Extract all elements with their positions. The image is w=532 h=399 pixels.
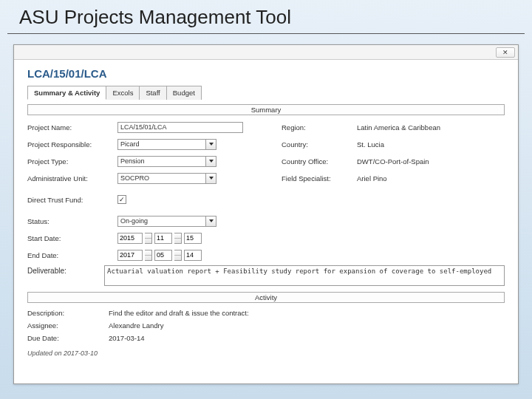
start-date-month[interactable]: [154, 233, 172, 244]
tab-excols[interactable]: Excols: [106, 86, 140, 100]
start-month-spinner[interactable]: [174, 233, 182, 244]
slide-title: ASU Projects Management Tool: [7, 0, 525, 34]
status-dropdown-icon[interactable]: [206, 216, 216, 227]
label-status: Status:: [27, 217, 109, 225]
field-project-name: [117, 121, 273, 133]
label-assignee: Assignee:: [27, 321, 109, 330]
summary-form: Project Name: Region: Latin America & Ca…: [27, 121, 505, 261]
label-end-date: End Date:: [27, 251, 109, 259]
project-responsible-select[interactable]: [117, 139, 206, 150]
admin-unit-select[interactable]: [117, 173, 206, 184]
end-month-spinner[interactable]: [174, 250, 182, 261]
direct-trust-fund-checkbox[interactable]: [117, 195, 126, 204]
field-admin-unit: [117, 172, 273, 184]
tab-budget[interactable]: Budget: [166, 86, 202, 100]
value-region: Latin America & Caribbean: [357, 123, 475, 132]
value-assignee: Alexandre Landry: [109, 321, 505, 330]
label-region: Region:: [282, 123, 348, 132]
project-responsible-dropdown-icon[interactable]: [206, 139, 216, 150]
start-date-year[interactable]: [117, 233, 143, 244]
label-start-date: Start Date:: [27, 234, 109, 242]
section-activity-header: Activity: [27, 292, 505, 303]
end-date-day[interactable]: [184, 250, 202, 261]
label-country-office: Country Office:: [282, 157, 348, 166]
tab-strip: Summary & Activity Excols Staff Budget: [27, 86, 505, 100]
label-direct-trust-fund: Direct Trust Fund:: [27, 196, 109, 204]
titlebar: ✕: [14, 45, 518, 60]
label-field-specialist: Field Specialist:: [282, 174, 348, 183]
app-window: ✕ LCA/15/01/LCA Summary & Activity Excol…: [13, 44, 519, 384]
value-description: Find the editor and draft & issue the co…: [109, 309, 505, 317]
project-type-select[interactable]: [117, 156, 206, 167]
field-status: [117, 215, 273, 227]
activity-grid: Description: Find the editor and draft &…: [27, 309, 505, 342]
field-start-date: [117, 232, 273, 244]
field-project-type: [117, 155, 273, 167]
record-title: LCA/15/01/LCA: [27, 67, 505, 80]
label-admin-unit: Administrative Unit:: [27, 174, 109, 183]
label-deliverable: Deliverable:: [27, 265, 95, 275]
field-project-responsible: [117, 138, 273, 150]
close-button[interactable]: ✕: [496, 47, 515, 58]
label-description: Description:: [27, 309, 109, 317]
admin-unit-dropdown-icon[interactable]: [206, 173, 216, 184]
start-year-spinner[interactable]: [145, 233, 152, 244]
end-date-month[interactable]: [154, 250, 172, 261]
tab-staff[interactable]: Staff: [139, 86, 166, 100]
value-country: St. Lucia: [357, 140, 475, 149]
window-content: LCA/15/01/LCA Summary & Activity Excols …: [14, 60, 518, 361]
end-year-spinner[interactable]: [145, 250, 152, 261]
label-project-type: Project Type:: [27, 157, 109, 166]
deliverable-textarea[interactable]: [104, 265, 505, 286]
label-project-responsible: Project Responsible:: [27, 140, 109, 149]
label-country: Country:: [282, 140, 348, 149]
end-date-year[interactable]: [117, 250, 143, 261]
field-direct-trust-fund: [117, 194, 273, 205]
value-due-date: 2017-03-14: [109, 334, 505, 342]
section-summary-header: Summary: [27, 104, 505, 115]
project-type-dropdown-icon[interactable]: [206, 156, 216, 167]
updated-footer: Updated on 2017-03-10: [27, 349, 505, 357]
label-project-name: Project Name:: [27, 123, 109, 132]
start-date-day[interactable]: [184, 233, 202, 244]
project-name-input[interactable]: [117, 122, 243, 133]
value-country-office: DWT/CO-Port-of-Spain: [357, 157, 475, 166]
tab-summary-activity[interactable]: Summary & Activity: [27, 86, 106, 100]
label-due-date: Due Date:: [27, 334, 109, 342]
status-select[interactable]: [117, 216, 206, 227]
value-field-specialist: Ariel Pino: [357, 174, 475, 183]
deliverable-row: Deliverable:: [27, 265, 505, 286]
field-end-date: [117, 249, 273, 261]
